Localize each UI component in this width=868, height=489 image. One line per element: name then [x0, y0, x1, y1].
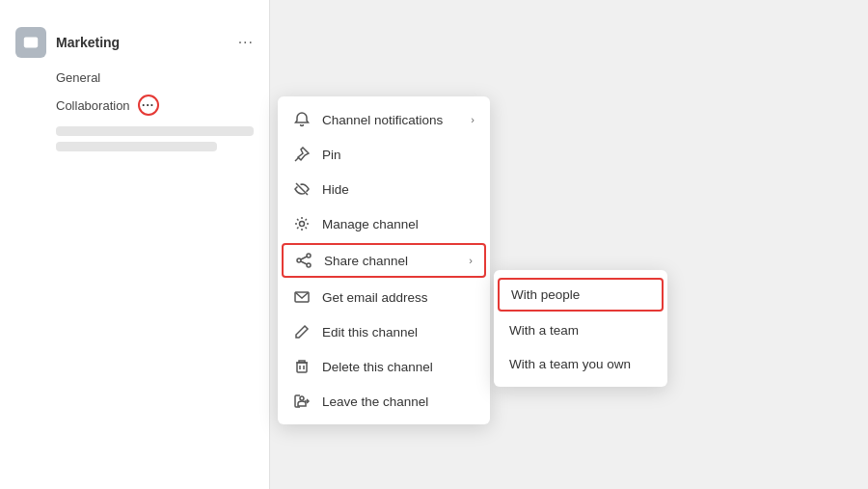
- share-channel-label: Share channel: [324, 254, 457, 268]
- svg-point-3: [300, 222, 305, 227]
- menu-item-manage-channel[interactable]: Manage channel: [278, 206, 490, 241]
- with-team-own-label: With a team you own: [509, 357, 631, 371]
- collaboration-label: Collaboration: [56, 98, 130, 113]
- svg-line-1: [295, 157, 299, 161]
- hide-icon: [293, 180, 311, 198]
- edit-icon: [293, 323, 311, 340]
- context-menu: Channel notifications › Pin Hid: [278, 96, 490, 424]
- get-email-label: Get email address: [322, 290, 475, 305]
- svg-point-5: [297, 258, 301, 262]
- menu-item-edit-channel[interactable]: Edit this channel: [278, 314, 490, 349]
- menu-item-leave-channel[interactable]: Leave the channel: [278, 384, 490, 419]
- menu-item-delete-channel[interactable]: Delete this channel: [278, 349, 490, 384]
- submenu: With people With a team With a team you …: [494, 270, 667, 387]
- blur-bar-2: [56, 142, 217, 151]
- submenu-item-with-team[interactable]: With a team: [494, 313, 667, 347]
- bell-icon: [293, 111, 311, 128]
- submenu-item-with-people[interactable]: With people: [498, 278, 664, 312]
- submenu-item-with-team-own[interactable]: With a team you own: [494, 347, 667, 381]
- pin-label: Pin: [322, 148, 475, 162]
- svg-point-6: [307, 263, 311, 267]
- channel-ellipsis[interactable]: ···: [238, 34, 254, 51]
- menu-item-hide[interactable]: Hide: [278, 172, 490, 206]
- email-icon: [293, 288, 311, 306]
- svg-rect-10: [297, 363, 307, 372]
- sidebar: Marketing ··· General Collaboration ···: [0, 0, 270, 489]
- svg-rect-0: [24, 38, 38, 48]
- leave-icon: [293, 393, 311, 410]
- page-wrapper: Marketing ··· General Collaboration ···: [0, 0, 868, 489]
- edit-channel-label: Edit this channel: [322, 325, 475, 340]
- svg-line-8: [301, 261, 307, 264]
- channel-name: Marketing: [56, 35, 229, 50]
- menu-item-share-channel[interactable]: Share channel ›: [282, 243, 486, 278]
- blur-bar-1: [56, 126, 254, 136]
- delete-icon: [293, 358, 311, 375]
- collaboration-channel-row: Collaboration ···: [0, 90, 269, 121]
- menu-item-get-email[interactable]: Get email address: [278, 280, 490, 314]
- channel-icon: [15, 27, 46, 58]
- general-channel[interactable]: General: [0, 66, 269, 90]
- channel-notifications-chevron: ›: [471, 114, 475, 125]
- leave-channel-label: Leave the channel: [322, 394, 475, 409]
- share-channel-chevron: ›: [469, 255, 473, 266]
- menu-item-pin[interactable]: Pin: [278, 137, 490, 172]
- marketing-channel-row: Marketing ···: [0, 19, 269, 66]
- collaboration-ellipsis-circle[interactable]: ···: [138, 95, 159, 116]
- manage-channel-label: Manage channel: [322, 217, 475, 231]
- svg-point-13: [300, 396, 304, 400]
- channel-icon-svg: [22, 34, 40, 51]
- with-people-label: With people: [511, 287, 580, 302]
- gear-icon: [293, 215, 311, 232]
- svg-point-4: [307, 254, 311, 258]
- svg-line-7: [301, 257, 307, 259]
- pin-icon: [293, 146, 311, 163]
- channel-notifications-label: Channel notifications: [322, 113, 459, 127]
- with-team-label: With a team: [509, 323, 579, 338]
- delete-channel-label: Delete this channel: [322, 360, 475, 374]
- menu-item-channel-notifications[interactable]: Channel notifications ›: [278, 102, 490, 137]
- share-icon: [295, 252, 312, 269]
- hide-label: Hide: [322, 182, 475, 197]
